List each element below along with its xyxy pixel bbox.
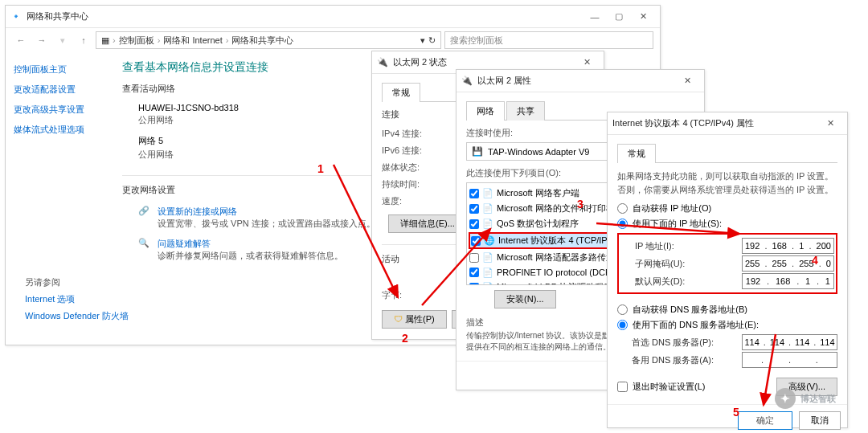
annotation-4: 4 <box>812 254 818 267</box>
validate-checkbox[interactable]: 退出时验证设置(L) <box>617 381 705 393</box>
search-placeholder: 搜索控制面板 <box>450 35 503 47</box>
ok-button[interactable]: 确定 <box>738 411 792 430</box>
troubleshoot-link[interactable]: 问题疑难解答 <box>158 238 343 250</box>
link-internet-options[interactable]: Internet 选项 <box>25 293 129 305</box>
radio-manual-dns[interactable]: 使用下面的 DNS 服务器地址(E): <box>617 319 837 331</box>
up-button[interactable]: ↑ <box>75 31 92 49</box>
subnet-mask-field[interactable]: 255.255.255.0 <box>742 255 834 272</box>
annotation-1: 1 <box>317 162 324 175</box>
crumb-network[interactable]: 网络和 Internet <box>163 35 222 47</box>
net1-name: HUAWEI-J1CSNO-bd318 <box>138 103 239 112</box>
tab-network[interactable]: 网络 <box>466 101 505 121</box>
status-title: 以太网 2 状态 <box>393 56 575 68</box>
setup-icon: 🔗 <box>138 206 149 230</box>
link-adapter[interactable]: 更改适配器设置 <box>14 84 98 96</box>
net1-type: 公用网络 <box>138 114 239 126</box>
forward-button[interactable]: → <box>33 31 51 49</box>
gateway-field[interactable]: 192.168.1.1 <box>742 273 834 289</box>
setup-connection-link[interactable]: 设置新的连接或网络 <box>158 206 375 218</box>
back-button[interactable]: ← <box>12 31 30 49</box>
radio-auto-ip[interactable]: 自动获得 IP 地址(O) <box>617 202 837 214</box>
troubleshoot-desc: 诊断并修复网络问题，或者获得疑难解答信息。 <box>158 250 343 262</box>
crumb-icon: ▦ <box>101 35 109 46</box>
setup-desc: 设置宽带、拨号或 VPN 连接；或设置路由器或接入点。 <box>158 218 375 230</box>
ip-address-field[interactable]: 192.168.1.200 <box>742 238 834 254</box>
advanced-button[interactable]: 高级(V)... <box>776 378 837 396</box>
link-cp-home[interactable]: 控制面板主页 <box>14 63 98 76</box>
window-title: 网络和共享中心 <box>27 10 583 22</box>
install-button[interactable]: 安装(N)... <box>494 290 555 308</box>
annotation-3: 3 <box>577 198 583 210</box>
left-pane: 控制面板主页 更改适配器设置 更改高级共享设置 媒体流式处理选项 <box>6 52 106 272</box>
props-title: 以太网 2 属性 <box>477 75 675 87</box>
ipv4-title: Internet 协议版本 4 (TCP/IPv4) 属性 <box>612 117 818 129</box>
recent-drop[interactable]: ▾ <box>54 31 72 49</box>
search-input[interactable]: 搜索控制面板 <box>444 31 653 49</box>
shield-icon: 🛡 <box>394 314 403 324</box>
close-button[interactable]: ✕ <box>818 115 842 133</box>
ipv4-properties-dialog: Internet 协议版本 4 (TCP/IPv4) 属性 ✕ 常规 如果网络支… <box>607 112 848 428</box>
titlebar: 🔹 网络和共享中心 — ▢ ✕ <box>6 6 660 28</box>
link-media[interactable]: 媒体流式处理选项 <box>14 124 98 136</box>
net2-type: 公用网络 <box>138 149 174 161</box>
net2-name: 网络 5 <box>138 135 174 147</box>
address-bar[interactable]: ▦ › 控制面板 › 网络和 Internet › 网络和共享中心 ▾ ↻ <box>96 31 441 49</box>
eth-icon: 🔌 <box>377 57 388 68</box>
see-also-head: 另请参阅 <box>25 276 129 288</box>
dns2-field[interactable]: ... <box>742 352 837 368</box>
dns1-field[interactable]: 114.114.114.114 <box>742 334 837 350</box>
cancel-button[interactable]: 取消 <box>799 411 841 430</box>
tab-general[interactable]: 常规 <box>617 144 656 163</box>
troubleshoot-icon: 🔍 <box>138 238 149 262</box>
ipv4-intro: 如果网络支持此功能，则可以获取自动指派的 IP 设置。否则，你需要从网络系统管理… <box>617 170 837 196</box>
radio-auto-dns[interactable]: 自动获得 DNS 服务器地址(B) <box>617 304 837 316</box>
nav-row: ← → ▾ ↑ ▦ › 控制面板 › 网络和 Internet › 网络和共享中… <box>6 28 660 52</box>
link-sharing[interactable]: 更改高级共享设置 <box>14 104 98 116</box>
close-button[interactable]: ✕ <box>675 72 699 90</box>
link-firewall[interactable]: Windows Defender 防火墙 <box>25 310 129 322</box>
properties-button[interactable]: 🛡 属性(P) <box>382 310 447 329</box>
annotation-2: 2 <box>402 332 408 345</box>
radio-manual-ip[interactable]: 使用下面的 IP 地址(S): <box>617 218 837 230</box>
annotation-5: 5 <box>733 406 739 419</box>
crumb-sharing-center[interactable]: 网络和共享中心 <box>231 35 293 47</box>
minimize-button[interactable]: — <box>583 8 607 26</box>
crumb-control-panel[interactable]: 控制面板 <box>119 35 154 47</box>
see-also: 另请参阅 Internet 选项 Windows Defender 防火墙 <box>25 276 129 327</box>
close-button[interactable]: ✕ <box>631 8 655 26</box>
maximize-button[interactable]: ▢ <box>607 8 631 26</box>
eth-icon: 🔌 <box>461 76 473 87</box>
network-icon: 🔹 <box>10 11 22 22</box>
adapter-icon: 💾 <box>472 146 483 157</box>
tab-sharing[interactable]: 共享 <box>506 101 545 121</box>
tab-general[interactable]: 常规 <box>382 83 420 102</box>
refresh-icon[interactable]: ↻ <box>428 35 436 46</box>
addr-dropdown-icon[interactable]: ▾ <box>420 35 425 46</box>
